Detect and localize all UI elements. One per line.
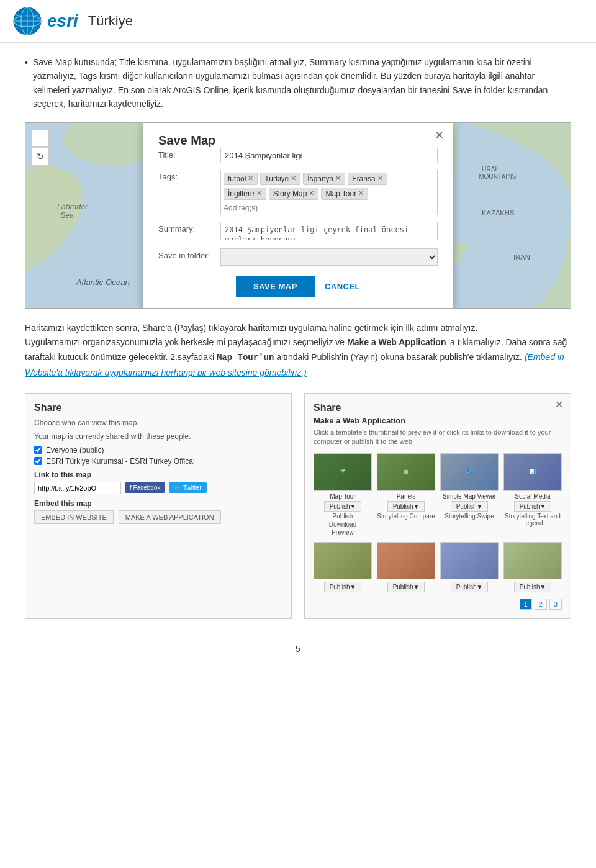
header-title: Türkiye	[88, 13, 133, 29]
publish-viewer: Publish▼	[440, 501, 499, 513]
add-tag-input[interactable]	[224, 204, 273, 212]
publish-social-dropdown[interactable]: Publish▼	[514, 501, 552, 512]
title-input[interactable]	[220, 148, 438, 163]
title-row: Title:	[158, 148, 438, 163]
app-thumb-st4[interactable]	[503, 542, 562, 579]
link-section: Link to this map f Facebook 🐦 Twitter	[34, 471, 282, 494]
tags-field: futbol ✕ Turkiye ✕ İspanya ✕ Fransa ✕ İn…	[220, 170, 438, 215]
embed-in-website-button[interactable]: EMBED IN WEBSITE	[34, 510, 114, 524]
save-folder-select[interactable]	[220, 248, 438, 266]
page-3-button[interactable]: 3	[549, 599, 562, 610]
tag-maptour: Map Tour ✕	[321, 188, 368, 200]
text-share-4: altındaki Publish'in (Yayın) okuna basar…	[276, 352, 522, 362]
publish-sub-publish: Publish	[314, 513, 372, 520]
facebook-button[interactable]: f Facebook	[125, 482, 165, 493]
summary-input[interactable]: 2014 Şampiyonlar ligi çeyrek final önces…	[220, 222, 438, 240]
screenshots-row: Share Choose who can view this map. Your…	[25, 393, 571, 619]
twitter-icon: 🐦	[174, 484, 181, 491]
right-panel-close-button[interactable]: ✕	[555, 399, 563, 410]
main-content: • Save Map kutusunda; Title kısmına, uyg…	[0, 43, 596, 679]
app-item-maptour: 🗺 Map Tour Publish▼ Publish Download Pre…	[314, 453, 372, 537]
everyone-checkbox[interactable]	[34, 446, 42, 454]
dialog-buttons: SAVE MAP CANCEL	[158, 276, 438, 297]
panels-storytelling-compare: Storytelling Compare	[377, 513, 435, 520]
tags-row-2: İngiltere ✕ Story Map ✕ Map Tour ✕	[224, 188, 435, 200]
app-thumb-viewer[interactable]: 🗾	[440, 453, 499, 491]
app-thumb-social[interactable]: 📊	[503, 453, 562, 491]
app-item-st2: Publish▼	[377, 542, 435, 594]
tag-storymap: Story Map ✕	[269, 188, 319, 200]
esri-label: ESRI Türkiye Kurumsal - ESRI Turkey Offi…	[46, 457, 195, 466]
app-grid-row1: 🗺 Map Tour Publish▼ Publish Download Pre…	[314, 453, 562, 537]
app-label-maptour: Map Tour	[314, 493, 372, 500]
publish-panels: Publish▼	[377, 501, 435, 513]
publish-st4: Publish▼	[503, 582, 562, 594]
app-thumb-maptour[interactable]: 🗺	[314, 453, 372, 491]
left-panel-subtitle: Choose who can view this map.	[34, 418, 282, 427]
esri-checkbox[interactable]	[34, 457, 42, 465]
publish-st3-dropdown[interactable]: Publish▼	[451, 582, 489, 592]
publish-st2-dropdown[interactable]: Publish▼	[387, 582, 425, 592]
link-label: Link to this map	[34, 471, 282, 479]
app-thumb-panels[interactable]: ▦	[377, 453, 435, 491]
summary-row: Summary: 2014 Şampiyonlar ligi çeyrek fi…	[158, 222, 438, 242]
tag-futbol-remove[interactable]: ✕	[248, 174, 253, 183]
twitter-button[interactable]: 🐦 Twitter	[169, 482, 206, 493]
tag-storymap-remove[interactable]: ✕	[309, 189, 314, 197]
map-area: Labrador Sea Atlantic Ocean URAL MOUNTAI…	[25, 122, 571, 309]
tags-area[interactable]: futbol ✕ Turkiye ✕ İspanya ✕ Fransa ✕ İn…	[220, 170, 438, 215]
social-storytelling-text: Storytelling Text and Legend	[503, 513, 562, 527]
app-thumb-st3[interactable]	[440, 542, 499, 579]
publish-st4-dropdown[interactable]: Publish▼	[514, 582, 552, 592]
title-label: Title:	[158, 148, 220, 160]
embed-section: Embed this map EMBED IN WEBSITE MAKE A W…	[34, 499, 282, 524]
header: esri Türkiye	[0, 0, 596, 43]
twitter-label: Twitter	[183, 484, 201, 491]
make-web-application-button[interactable]: MAKE A WEB APPLICATION	[119, 510, 221, 524]
app-thumb-st2[interactable]	[377, 542, 435, 579]
right-share-panel: ✕ Share Make a Web Application Click a t…	[304, 393, 571, 619]
make-web-app-title: Make a Web Application	[314, 416, 562, 425]
embed-buttons: EMBED IN WEBSITE MAKE A WEB APPLICATION	[34, 510, 282, 524]
app-thumb-st1[interactable]	[314, 542, 372, 579]
publish-social: Publish▼	[503, 501, 562, 513]
save-map-button[interactable]: SAVE MAP	[236, 276, 315, 297]
summary-field: 2014 Şampiyonlar ligi çeyrek final önces…	[220, 222, 438, 242]
tag-ingiltere-remove[interactable]: ✕	[256, 189, 262, 197]
publish-sub-preview: Preview	[314, 529, 372, 536]
tag-ingiltere: İngiltere ✕	[224, 188, 266, 200]
esri-globe-icon	[12, 6, 42, 36]
title-field	[220, 148, 438, 163]
bullet-item: • Save Map kutusunda; Title kısmına, uyg…	[25, 55, 571, 111]
app-thumb-maptour-label: 🗺	[340, 469, 345, 474]
tag-fransa-remove[interactable]: ✕	[377, 174, 383, 183]
app-label-viewer: Simple Map Viewer	[440, 493, 499, 500]
summary-label: Summary:	[158, 222, 220, 233]
publish-st1-dropdown[interactable]: Publish▼	[324, 582, 362, 592]
publish-maptour-dropdown[interactable]: Publish▼	[324, 501, 362, 512]
app-item-st3: Publish▼	[440, 542, 499, 594]
publish-st2: Publish▼	[377, 582, 435, 594]
page-2-button[interactable]: 2	[535, 599, 547, 610]
tag-ispanya-remove[interactable]: ✕	[335, 174, 341, 183]
publish-sub-download: Download	[314, 521, 372, 528]
checkbox-row-everyone: Everyone (public)	[34, 446, 282, 454]
tag-maptour-remove[interactable]: ✕	[358, 189, 364, 197]
page-1-button[interactable]: 1	[520, 599, 532, 610]
link-input[interactable]	[34, 482, 121, 494]
viewer-storytelling-swipe: Storytelling Swipe	[440, 513, 499, 520]
text-share-2: Uygulamamızı organizasyonumuzla yok herk…	[25, 337, 345, 347]
tag-turkiye: Turkiye ✕	[260, 173, 300, 185]
publish-panels-dropdown[interactable]: Publish▼	[387, 501, 425, 512]
publish-viewer-dropdown[interactable]: Publish▼	[451, 501, 489, 512]
app-label-social: Social Media	[503, 493, 562, 500]
tag-turkiye-remove[interactable]: ✕	[291, 174, 296, 183]
app-item-st4: Publish▼	[503, 542, 562, 594]
esri-brand-text: esri	[47, 11, 78, 31]
cancel-button[interactable]: CANCEL	[325, 282, 360, 291]
link-row: f Facebook 🐦 Twitter	[34, 482, 282, 494]
dialog-close-button[interactable]: ✕	[435, 129, 444, 142]
page-footer: 5	[25, 638, 571, 666]
save-map-dialog: Save Map ✕ Title: Tags: futbol ✕	[143, 122, 453, 309]
tag-fransa: Fransa ✕	[348, 173, 387, 185]
